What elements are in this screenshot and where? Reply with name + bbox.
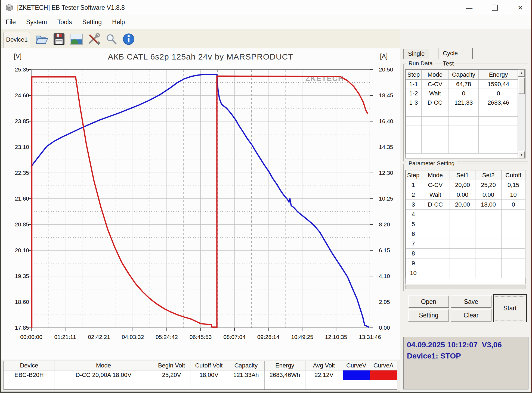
table-cell: [502, 268, 525, 278]
run-data-scrollbar[interactable]: ▲ ▼: [518, 70, 525, 158]
run-data-table-frame: StepModeCapacityEnergy1-1C-CV64,781590,4…: [405, 69, 525, 158]
parameter-row[interactable]: 2Wait0.000.0010: [406, 190, 525, 200]
table-cell: [475, 268, 502, 278]
parameter-row[interactable]: 4: [406, 210, 525, 219]
parameter-row[interactable]: 9: [406, 258, 525, 268]
run-data-row[interactable]: [406, 126, 518, 135]
zoom-button[interactable]: [104, 32, 118, 46]
right-axis-tick: 20,50: [379, 66, 393, 73]
chart-plot-svg: [31, 70, 370, 328]
run-data-groupbox: Run Data StepModeCapacityEnergy1-1C-CV64…: [403, 64, 528, 161]
parameter-row[interactable]: 3D-CC20,0018,000: [406, 200, 525, 210]
open-button[interactable]: Open: [408, 295, 449, 308]
run-data-row[interactable]: 1-2Wait00: [406, 89, 518, 98]
table-cell: 0: [449, 89, 479, 98]
scroll-down-button[interactable]: ▼: [518, 151, 525, 158]
table-cell: 2: [406, 190, 421, 200]
parameter-row[interactable]: 6: [406, 229, 525, 239]
table-cell: [475, 229, 502, 239]
x-axis-tick: 05:24:42: [150, 334, 183, 340]
result-row[interactable]: [4, 380, 397, 390]
parameter-hscrollbar[interactable]: [405, 285, 525, 289]
run-data-row[interactable]: [406, 135, 518, 144]
x-axis-tick: 12:10:35: [320, 334, 352, 340]
run-data-row[interactable]: 1-3D-CC121,332683,46: [406, 98, 518, 107]
menu-setting[interactable]: Setting: [82, 18, 102, 26]
table-cell: [264, 380, 305, 390]
x-axis-tick: 13:31:46: [354, 334, 386, 340]
save-button-right[interactable]: Save: [451, 295, 491, 308]
table-cell: [479, 107, 518, 117]
column-header: Set1: [450, 170, 475, 180]
export-image-button[interactable]: [69, 32, 83, 46]
menu-system[interactable]: System: [26, 18, 47, 26]
left-axis-tick: 20,10: [15, 247, 29, 254]
maximize-button[interactable]: [486, 2, 503, 13]
run-data-row[interactable]: [406, 144, 518, 154]
table-cell: EBC-B20H: [4, 370, 54, 380]
right-axis-tick: 16,40: [379, 118, 393, 124]
left-axis-tick: 24,60: [15, 92, 29, 99]
parameter-row[interactable]: 1C-CV20,0025,200,15: [406, 180, 525, 190]
device1-tab[interactable]: Device1: [4, 32, 30, 48]
start-button[interactable]: Start: [493, 294, 527, 322]
right-axis-tick: 12,30: [379, 170, 393, 176]
setting-button[interactable]: Setting: [408, 309, 449, 322]
table-cell: 64,78: [449, 80, 479, 89]
parameter-setting-label: Parameter Setting: [406, 160, 457, 167]
title-bar: [ZKETECH] EB Tester Software V1.8.8 — ✕: [1, 0, 531, 15]
column-header: Step: [406, 170, 421, 180]
run-data-table: StepModeCapacityEnergy1-1C-CV64,781590,4…: [406, 70, 518, 154]
left-axis-tick: 19,35: [15, 273, 29, 279]
parameter-row[interactable]: 8: [406, 249, 525, 258]
table-cell: 5: [406, 219, 421, 229]
scroll-up-button[interactable]: ▲: [518, 70, 525, 77]
table-cell: 8: [406, 249, 421, 258]
table-cell: [475, 210, 502, 219]
menu-file[interactable]: File: [6, 18, 16, 26]
close-button[interactable]: ✕: [512, 2, 529, 13]
parameter-setting-groupbox: Parameter Setting StepModeSet1Set2Cutoff…: [403, 164, 528, 291]
parameter-row[interactable]: 7: [406, 239, 525, 249]
table-cell: [450, 258, 475, 268]
column-header: Cutoff: [502, 170, 525, 180]
table-cell: [228, 380, 264, 390]
right-axis-tick: 10,25: [379, 195, 393, 202]
minimize-button[interactable]: —: [460, 2, 478, 13]
table-cell: 3: [406, 200, 421, 210]
panel-separator: [403, 328, 528, 328]
left-axis-unit-label: [V]: [14, 53, 21, 60]
column-header: Capacity: [228, 361, 264, 370]
table-cell: 4: [406, 210, 421, 219]
left-axis-ticks: 25,3524,6023,8523,1022,3521,6020,8520,10…: [9, 70, 29, 328]
menu-help[interactable]: Help: [112, 18, 125, 26]
parameter-header-row: StepModeSet1Set2Cutoff: [406, 170, 525, 180]
result-row[interactable]: EBC-B20HD-CC 20,00A 18,00V25,20V18,00V12…: [4, 370, 397, 380]
scrollbar-thumb[interactable]: [518, 77, 525, 94]
column-header: Begin Volt: [153, 361, 190, 370]
tab-single-test[interactable]: Single Test: [403, 49, 429, 59]
open-file-button[interactable]: [35, 32, 49, 46]
run-data-row[interactable]: [406, 117, 518, 126]
parameter-row[interactable]: 5: [406, 219, 525, 229]
info-button[interactable]: [122, 32, 136, 46]
parameter-row[interactable]: 10: [406, 268, 525, 278]
tab-cycle-test[interactable]: Cycle Test: [438, 48, 462, 59]
settings-tools-button[interactable]: [87, 32, 101, 46]
run-data-row[interactable]: [406, 107, 518, 117]
right-axis-tick: 6,15: [379, 247, 390, 254]
menu-tools[interactable]: Tools: [57, 18, 72, 26]
table-cell: [421, 219, 450, 229]
maximize-icon: [492, 5, 498, 11]
table-cell: [450, 268, 475, 278]
result-table: DeviceModeBegin VoltCutoff VoltCapacityE…: [4, 361, 397, 390]
table-cell: 2683,46: [479, 98, 518, 107]
table-cell: 20,00: [450, 180, 475, 190]
run-data-row[interactable]: 1-1C-CV64,781590,44: [406, 80, 518, 89]
table-cell: [502, 229, 525, 239]
table-cell: 6: [406, 229, 421, 239]
clear-button[interactable]: Clear: [451, 309, 491, 322]
right-panel: Single Test Cycle Test Run Data StepMode…: [400, 29, 532, 393]
save-button[interactable]: [52, 32, 66, 46]
toolbar-separator: [32, 33, 32, 46]
